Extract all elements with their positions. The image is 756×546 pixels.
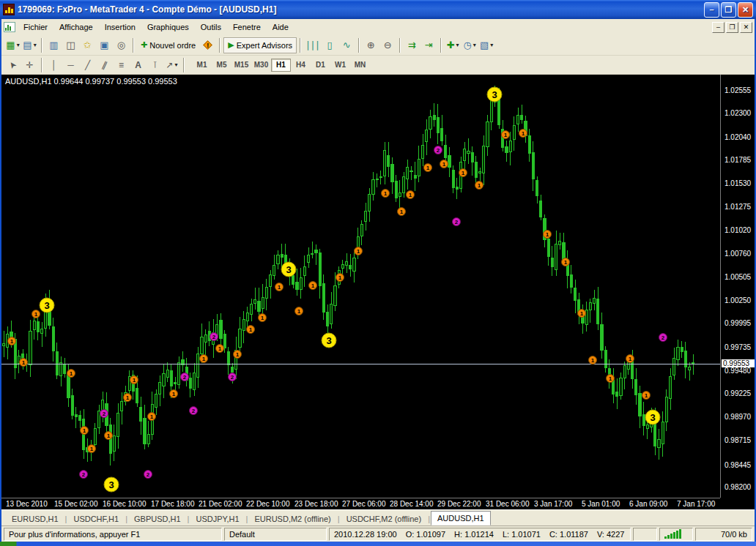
horizontal-line-button[interactable]: ─ [62, 58, 79, 72]
signal-marker-1: 1 [336, 273, 344, 282]
cursor-button[interactable]: ➤ [4, 58, 21, 72]
new-order-button[interactable]: ✚Nouvel ordre [137, 37, 199, 53]
navigator-button[interactable]: ✩ [79, 37, 96, 53]
terminal-icon: ▣ [100, 40, 108, 50]
price-label: 1.00505 [724, 273, 751, 281]
bar-chart-button[interactable]: ∣∣∣ [304, 37, 322, 53]
chart-tab-eurusd[interactable]: EURUSD,M2 (offline) [248, 512, 336, 526]
auto-scroll-button[interactable]: ⇉ [404, 37, 420, 53]
templates-button[interactable]: ▧▾ [478, 37, 495, 53]
signal-marker-3: 3 [104, 477, 119, 493]
price-label: 1.01530 [724, 179, 751, 187]
expert-advisors-button[interactable]: ▶Expert Advisors [223, 37, 297, 53]
fibonacci-button[interactable]: ≡ [113, 58, 130, 72]
market-watch-button[interactable]: ▥ [45, 37, 62, 53]
chart-system-menu-icon[interactable] [4, 22, 15, 32]
candlestick-chart-button[interactable]: ▯ [322, 37, 338, 53]
signal-marker-1: 1 [19, 358, 28, 367]
time-label: 27 Dec 06:00 [342, 500, 386, 508]
chart-tab-eurusd[interactable]: EURUSD,H1 [6, 512, 64, 526]
profiles-button[interactable]: ▤▾ [21, 37, 38, 53]
restore-button[interactable]: ❐ [721, 2, 736, 18]
price-label: 0.99995 [724, 319, 751, 327]
timeframe-d1[interactable]: D1 [311, 59, 330, 72]
new-order-icon: ✚ [141, 41, 147, 49]
line-chart-button[interactable]: ∿ [338, 37, 355, 53]
mdi-restore-button[interactable]: ❐ [726, 22, 738, 33]
menu-outils[interactable]: Outils [195, 20, 227, 34]
timeframe-m5[interactable]: M5 [212, 59, 231, 72]
line-chart-icon: ∿ [343, 40, 351, 50]
timeframe-w1[interactable]: W1 [330, 59, 350, 72]
time-label: 29 Dec 22:00 [437, 500, 481, 508]
arrows-button[interactable]: ↗▾ [163, 58, 180, 72]
chart-tab-usdchf[interactable]: USDCHF,M2 (offline) [341, 512, 428, 526]
chart-shift-button[interactable]: ⇥ [420, 37, 437, 53]
windows-taskbar[interactable] [0, 542, 756, 546]
periods-button[interactable]: ◷▾ [462, 37, 478, 53]
crosshair-button[interactable]: ✛ [21, 58, 38, 72]
chart-tab-gbpusd[interactable]: GBPUSD,H1 [128, 512, 187, 526]
data-window-button[interactable]: ◫ [62, 37, 79, 53]
price-scale[interactable]: 1.025551.023001.020401.017851.015301.012… [720, 75, 755, 498]
vertical-line-icon: │ [51, 61, 57, 70]
signal-marker-2: 2 [189, 406, 198, 415]
indicators-button[interactable]: ✚▾ [445, 37, 462, 53]
signal-marker-3: 3 [322, 333, 337, 348]
timeframe-h4[interactable]: H4 [291, 59, 311, 72]
vertical-line-button[interactable]: │ [45, 58, 62, 72]
new-chart-button[interactable]: ▦▾ [4, 37, 21, 53]
chart-tab-audusd[interactable]: AUDUSD,H1 [431, 511, 491, 526]
signal-marker-1: 1 [459, 168, 467, 177]
channel-button[interactable]: ∥ [96, 58, 113, 72]
signal-marker-1: 1 [7, 337, 16, 345]
price-label: 0.99225 [724, 389, 751, 397]
timeframe-m1[interactable]: M1 [192, 59, 212, 72]
timeframe-m30[interactable]: M30 [251, 59, 271, 72]
trendline-button[interactable]: ╱ [79, 58, 96, 72]
chevron-down-icon: ▾ [456, 42, 459, 48]
zoom-out-button[interactable]: ⊖ [379, 37, 396, 53]
signal-marker-2: 2 [144, 470, 152, 479]
menu-aide[interactable]: Aide [267, 20, 294, 34]
mdi-close-button[interactable]: ✕ [740, 22, 752, 33]
chart-tab-usdchf[interactable]: USDCHF,H1 [67, 512, 125, 526]
price-label: 0.98715 [724, 436, 751, 444]
text-label-button[interactable]: ⊺ [147, 58, 163, 72]
zoom-in-button[interactable]: ⊕ [363, 37, 379, 53]
title-bar[interactable]: 1799069: FxPro - MetaTrader 4 - Compte D… [0, 0, 756, 19]
chevron-down-icon: ▾ [17, 42, 20, 48]
minimize-button[interactable]: – [704, 2, 719, 18]
time-label: 13 Dec 2010 [6, 500, 48, 508]
mdi-minimize-button[interactable]: – [712, 22, 724, 33]
expert-advisors-icon: ▶ [228, 41, 234, 49]
strategy-tester-button[interactable]: ◎ [113, 37, 130, 53]
menu-fichier[interactable]: Fichier [18, 20, 53, 34]
menu-affichage[interactable]: Affichage [53, 20, 99, 34]
menu-fenetre[interactable]: Fenetre [227, 20, 267, 34]
chart-tab-usdjpy[interactable]: USDJPY,H1 [190, 512, 245, 526]
text-button[interactable]: A [130, 58, 147, 72]
time-label: 15 Dec 02:00 [54, 500, 98, 508]
timeframe-mn[interactable]: MN [350, 59, 370, 72]
menu-bar: FichierAffichageInsertionGraphiquesOutil… [1, 19, 755, 35]
menu-graphiques[interactable]: Graphiques [141, 20, 195, 34]
signal-marker-2: 2 [659, 333, 667, 342]
toolbar-separator [41, 38, 42, 53]
signal-marker-2: 2 [228, 373, 237, 381]
auto-scroll-icon: ⇉ [408, 40, 416, 50]
new-order-label: Nouvel ordre [149, 41, 196, 50]
chart-area[interactable]: 1111111111111111111111111111111111111222… [1, 75, 755, 509]
signal-marker-1: 1 [501, 130, 510, 139]
chevron-down-icon: ▾ [34, 42, 37, 48]
ea-alert-button[interactable]: ! [199, 37, 216, 53]
close-button[interactable]: ✕ [738, 2, 753, 18]
terminal-button[interactable]: ▣ [96, 37, 113, 53]
text-label-icon: ⊺ [152, 61, 157, 70]
time-axis[interactable]: 13 Dec 201015 Dec 02:0016 Dec 10:0017 De… [1, 498, 720, 509]
timeframe-h1[interactable]: H1 [271, 59, 291, 72]
menu-insertion[interactable]: Insertion [99, 20, 141, 34]
timeframe-m15[interactable]: M15 [231, 59, 251, 72]
status-profile[interactable]: Default [224, 528, 327, 541]
signal-marker-1: 1 [215, 344, 224, 353]
